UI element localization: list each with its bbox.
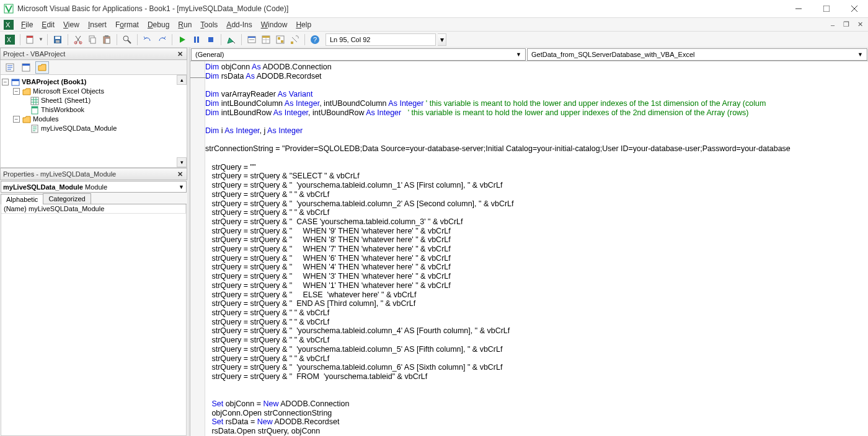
property-value-cell[interactable]: myLiveSQLData_Module — [26, 204, 186, 213]
help-button[interactable]: ? — [309, 33, 321, 46]
procedure-combo[interactable]: GetData_from_SQLServerDatabase_with_VBA_… — [527, 48, 867, 61]
find-button[interactable] — [121, 33, 133, 46]
paste-button[interactable] — [100, 33, 113, 46]
folder-icon — [22, 115, 31, 124]
workbook-icon — [30, 106, 39, 115]
code-pane: (General) ▼ GetData_from_SQLServerDataba… — [190, 48, 868, 436]
menu-window[interactable]: Window — [257, 19, 291, 30]
properties-pane: Properties - myLiveSQLData_Module ✕ myLi… — [0, 168, 187, 436]
project-pane-close-button[interactable]: ✕ — [175, 50, 184, 58]
collapse-icon[interactable]: − — [13, 88, 20, 95]
properties-grid[interactable]: (Name) myLiveSQLData_Module — [1, 204, 187, 436]
properties-object-combo[interactable]: myLiveSQLData_Module Module ▼ — [1, 181, 187, 193]
project-explorer-button[interactable] — [246, 33, 258, 46]
view-excel-button[interactable]: X — [4, 33, 16, 46]
svg-text:?: ? — [313, 36, 317, 43]
property-row[interactable]: (Name) myLiveSQLData_Module — [1, 204, 186, 214]
properties-window-button[interactable] — [260, 33, 272, 46]
procedure-separator — [190, 77, 208, 78]
dropdown-arrow-icon[interactable]: ▼ — [38, 37, 43, 42]
mdi-minimize-button[interactable]: – — [827, 20, 838, 29]
svg-rect-37 — [278, 37, 280, 40]
minimize-button[interactable] — [784, 0, 812, 18]
menu-run[interactable]: Run — [174, 19, 195, 30]
svg-rect-13 — [56, 40, 60, 43]
properties-pane-close-button[interactable]: ✕ — [175, 170, 184, 178]
svg-point-14 — [74, 41, 77, 44]
project-pane-title: Project - VBAProject — [3, 50, 175, 58]
separator — [68, 34, 68, 45]
svg-point-21 — [123, 36, 128, 41]
window-titlebar: Microsoft Visual Basic for Applications … — [0, 0, 868, 18]
menu-tools[interactable]: Tools — [197, 19, 221, 30]
close-button[interactable] — [840, 0, 868, 18]
save-button[interactable] — [51, 33, 64, 46]
module-icon — [30, 124, 39, 133]
position-dropdown-button[interactable]: ▾ — [438, 33, 446, 46]
menu-addins[interactable]: Add-Ins — [223, 19, 255, 30]
menu-format[interactable]: Format — [112, 19, 143, 30]
run-button[interactable] — [176, 33, 188, 46]
tab-categorized[interactable]: Categorized — [43, 193, 91, 204]
view-code-button[interactable] — [3, 61, 17, 74]
svg-marker-23 — [180, 37, 185, 43]
code-editor[interactable]: Dim objConn As ADODB.ConnectionDim rsDat… — [205, 61, 868, 436]
separator — [117, 34, 117, 45]
separator — [241, 34, 242, 45]
folder-icon — [22, 87, 31, 96]
code-margin[interactable] — [190, 61, 205, 436]
cursor-position-box: Ln 95, Col 92 — [326, 33, 436, 46]
insert-module-button[interactable] — [24, 33, 37, 46]
separator — [20, 34, 20, 45]
tab-alphabetic[interactable]: Alphabetic — [1, 194, 43, 204]
mdi-close-button[interactable]: ✕ — [854, 20, 866, 29]
reset-button[interactable] — [205, 33, 217, 46]
properties-pane-title: Properties - myLiveSQLData_Module — [3, 170, 175, 178]
collapse-icon[interactable]: − — [2, 79, 9, 85]
collapse-icon[interactable]: − — [13, 116, 20, 123]
redo-button[interactable] — [156, 33, 168, 46]
menu-help[interactable]: Help — [292, 19, 315, 30]
menu-insert[interactable]: Insert — [84, 19, 110, 30]
tree-sheet1-item[interactable]: Sheet1 (Sheet1) — [2, 96, 185, 105]
svg-rect-26 — [208, 37, 213, 42]
view-object-button[interactable] — [19, 61, 33, 74]
tree-scroll-down[interactable]: ▾ — [177, 157, 187, 167]
project-tree[interactable]: ▴ − VBAProject (Book1) − Microsoft Excel… — [0, 75, 187, 168]
separator — [172, 34, 172, 45]
excel-mdi-icon[interactable]: X — [4, 20, 14, 30]
svg-point-15 — [79, 41, 82, 44]
dropdown-arrow-icon: ▼ — [857, 51, 863, 58]
design-mode-button[interactable] — [225, 33, 237, 46]
maximize-button[interactable] — [812, 0, 840, 18]
copy-button[interactable] — [86, 33, 99, 46]
toolbox-button[interactable] — [288, 33, 301, 46]
svg-rect-19 — [105, 35, 108, 37]
project-toolbar — [0, 60, 187, 75]
tree-thisworkbook-item[interactable]: ThisWorkbook — [2, 105, 185, 115]
menu-debug[interactable]: Debug — [144, 19, 173, 30]
object-browser-button[interactable] — [274, 33, 286, 46]
object-combo[interactable]: (General) ▼ — [191, 48, 526, 61]
menu-edit[interactable]: Edit — [38, 19, 58, 30]
window-title: Microsoft Visual Basic for Applications … — [17, 4, 784, 13]
menu-view[interactable]: View — [60, 19, 83, 30]
menu-file[interactable]: File — [17, 19, 37, 30]
tree-project-root[interactable]: − VBAProject (Book1) — [2, 77, 185, 87]
undo-button[interactable] — [141, 33, 154, 46]
svg-rect-25 — [197, 37, 199, 43]
vba-app-icon — [4, 4, 14, 14]
tree-scroll-up[interactable]: ▴ — [177, 75, 187, 85]
svg-text:X: X — [7, 37, 11, 43]
cut-button[interactable] — [72, 33, 84, 46]
mdi-restore-button[interactable]: ❐ — [841, 20, 852, 29]
toggle-folders-button[interactable] — [35, 61, 49, 74]
procedure-combo-value: GetData_from_SQLServerDatabase_with_VBA_… — [531, 51, 695, 58]
tree-excel-objects-folder[interactable]: − Microsoft Excel Objects — [2, 87, 185, 96]
worksheet-icon — [30, 97, 39, 105]
break-button[interactable] — [190, 33, 203, 46]
tree-modules-folder[interactable]: − Modules — [2, 115, 185, 124]
svg-rect-50 — [31, 97, 38, 105]
tree-module-item[interactable]: myLiveSQLData_Module — [2, 124, 185, 133]
separator — [221, 34, 221, 45]
